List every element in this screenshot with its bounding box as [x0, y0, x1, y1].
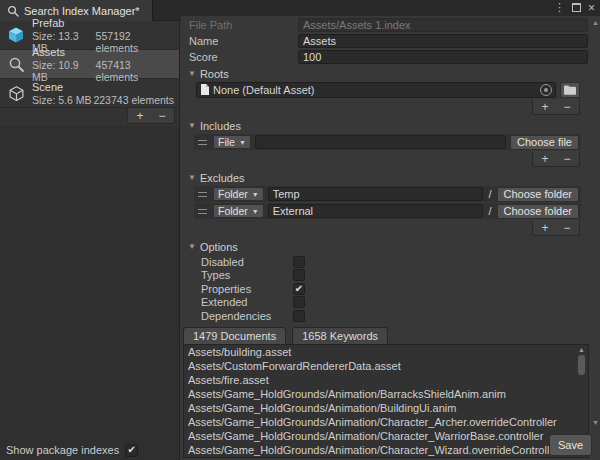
choose-folder-button[interactable]: Choose folder — [497, 187, 580, 202]
object-picker-icon[interactable] — [540, 84, 552, 96]
window-controls: ⋮ × — [554, 0, 595, 15]
add-include-button[interactable]: + — [535, 153, 555, 165]
index-name: Prefab — [32, 17, 64, 29]
search-icon — [7, 5, 19, 17]
document-row[interactable]: Assets/Game_HoldGrounds/Animation/Charac… — [184, 415, 588, 429]
foldout-triangle-icon: ▼ — [188, 121, 196, 130]
file-path-field: Assets/Assets 1.index — [298, 18, 588, 32]
index-elements: 457413 elements — [96, 59, 174, 83]
add-exclude-button[interactable]: + — [535, 222, 555, 234]
include-path-field[interactable] — [255, 135, 506, 149]
search-index-manager-window: Search Index Manager* ⋮ × Prefab Size: 1… — [0, 0, 600, 460]
close-icon[interactable]: × — [588, 2, 595, 14]
score-label: Score — [189, 51, 298, 63]
drag-handle-icon[interactable] — [198, 192, 207, 197]
index-item-assets[interactable]: Assets Size: 10.9 MB 457413 elements — [0, 50, 179, 79]
pick-root-folder-button[interactable] — [560, 82, 580, 98]
option-row-types: Types — [201, 269, 591, 283]
prefab-cube-icon — [6, 25, 26, 45]
choose-folder-button[interactable]: Choose folder — [497, 204, 580, 219]
remove-include-button[interactable]: − — [557, 153, 577, 165]
choose-file-button[interactable]: Choose file — [510, 135, 579, 150]
exclude-type-dropdown[interactable]: Folder ▼ — [213, 204, 264, 218]
document-row[interactable]: Assets/fire.asset — [184, 373, 588, 387]
properties-checkbox[interactable]: ✔ — [293, 283, 305, 295]
index-size: Size: 10.9 MB — [32, 59, 96, 83]
scroll-up-icon[interactable]: ▲ — [576, 346, 587, 354]
scrollbar-thumb[interactable] — [578, 355, 585, 375]
document-row[interactable]: Assets/building.asset — [184, 345, 588, 359]
dependencies-checkbox[interactable] — [293, 310, 305, 322]
add-index-button[interactable]: + — [130, 110, 150, 122]
option-row-dependencies: Dependencies — [201, 309, 591, 323]
show-package-indexes-checkbox[interactable]: ✔ — [125, 444, 138, 457]
name-label: Name — [189, 35, 298, 47]
roots-foldout[interactable]: ▼ Roots — [188, 66, 591, 81]
document-row[interactable]: Assets/Game_HoldGrounds/Animation/Barrac… — [184, 387, 588, 401]
score-field[interactable]: 100 — [298, 50, 588, 64]
option-row-extended: Extended — [201, 296, 591, 310]
add-root-button[interactable]: + — [535, 101, 555, 113]
option-row-properties: Properties ✔ — [201, 282, 591, 296]
document-icon — [200, 84, 209, 97]
exclude-path-field[interactable]: External — [268, 204, 484, 218]
exclude-row: Folder ▼ External / Choose folder — [194, 203, 581, 219]
drag-handle-icon[interactable] — [198, 140, 207, 145]
option-row-disabled: Disabled — [201, 255, 591, 269]
extended-checkbox[interactable] — [293, 296, 305, 308]
include-row: File ▼ Choose file — [194, 134, 581, 150]
documents-keywords-tabs: 1479 Documents 1658 Keywords — [183, 327, 591, 344]
index-size: Size: 5.6 MB — [32, 94, 92, 106]
scroll-down-icon[interactable]: ▼ — [591, 419, 600, 427]
index-name: Scene — [32, 81, 63, 93]
path-suffix: / — [487, 205, 492, 217]
index-elements: 223743 elements — [93, 94, 174, 106]
remove-root-button[interactable]: − — [557, 101, 577, 113]
tab-keywords[interactable]: 1658 Keywords — [292, 327, 388, 344]
exclude-path-field[interactable]: Temp — [268, 187, 484, 201]
index-name: Assets — [32, 46, 65, 58]
foldout-triangle-icon: ▼ — [188, 69, 196, 78]
remove-index-button[interactable]: − — [152, 110, 172, 122]
foldout-triangle-icon: ▼ — [188, 242, 196, 251]
types-checkbox[interactable] — [293, 269, 305, 281]
index-list-sidebar: Prefab Size: 13.3 MB 557192 elements Ass… — [0, 21, 180, 460]
unity-scene-icon — [6, 83, 26, 103]
show-package-indexes-label: Show package indexes — [6, 444, 119, 456]
options-foldout[interactable]: ▼ Options — [188, 239, 591, 254]
drag-handle-icon[interactable] — [198, 209, 207, 214]
chevron-down-icon: ▼ — [252, 208, 259, 215]
root-object-field[interactable]: None (Default Asset) — [196, 82, 556, 98]
name-field[interactable]: Assets — [298, 34, 588, 48]
window-title: Search Index Manager* — [24, 5, 140, 17]
disabled-checkbox[interactable] — [293, 256, 305, 268]
include-type-dropdown[interactable]: File ▼ — [213, 135, 251, 149]
foldout-triangle-icon: ▼ — [188, 173, 196, 182]
path-suffix: / — [487, 188, 492, 200]
index-item-scene[interactable]: Scene Size: 5.6 MB 223743 elements — [0, 79, 179, 108]
document-row[interactable]: Assets/Game_HoldGrounds/Animation/Buildi… — [184, 401, 588, 415]
exclude-type-dropdown[interactable]: Folder ▼ — [213, 187, 264, 201]
tab-documents[interactable]: 1479 Documents — [183, 327, 286, 344]
chevron-down-icon: ▼ — [252, 191, 259, 198]
exclude-row: Folder ▼ Temp / Choose folder — [194, 186, 581, 202]
index-list-add-remove: + − — [127, 108, 175, 124]
maximize-icon[interactable] — [572, 3, 581, 12]
excludes-foldout[interactable]: ▼ Excludes — [188, 170, 591, 185]
document-row[interactable]: Assets/CustomForwardRendererData.asset — [184, 359, 588, 373]
pane-menu-icon[interactable]: ⋮ — [554, 2, 565, 13]
panel-scrollbar[interactable]: ▲ ▼ — [591, 16, 600, 430]
index-settings-panel: File Path Assets/Assets 1.index Name Ass… — [181, 16, 600, 460]
includes-foldout[interactable]: ▼ Includes — [188, 118, 591, 133]
chevron-down-icon: ▼ — [239, 139, 246, 146]
remove-exclude-button[interactable]: − — [557, 222, 577, 234]
save-button[interactable]: Save — [549, 434, 592, 456]
file-path-label: File Path — [189, 19, 298, 31]
search-asset-icon — [6, 54, 26, 74]
scroll-up-icon[interactable]: ▲ — [591, 19, 600, 27]
root-object-value: None (Default Asset) — [213, 84, 536, 96]
